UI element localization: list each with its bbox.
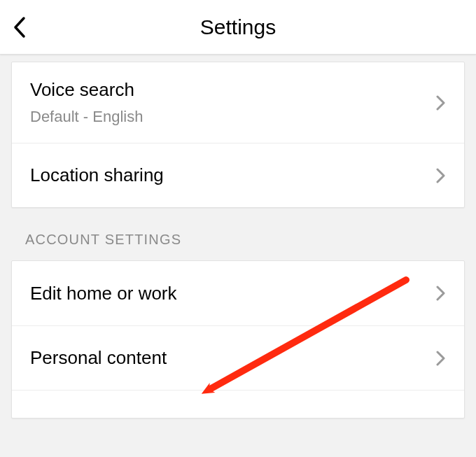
row-location-sharing[interactable]: Location sharing [12, 143, 464, 207]
content-area: Voice search Default - English Location … [0, 55, 476, 457]
section-header-account: ACCOUNT SETTINGS [11, 208, 465, 260]
chevron-right-icon [436, 167, 446, 184]
row-edit-home-work[interactable]: Edit home or work [12, 261, 464, 325]
row-label: Voice search [30, 79, 143, 101]
row-text: Personal content [30, 347, 167, 369]
row-voice-search[interactable]: Voice search Default - English [12, 62, 464, 143]
chevron-right-icon [436, 350, 446, 367]
chevron-right-icon [436, 285, 446, 302]
back-button[interactable] [13, 16, 27, 38]
row-label: Personal content [30, 347, 167, 369]
header-bar: Settings [0, 0, 476, 55]
row-label: Location sharing [30, 164, 164, 186]
settings-group-account: Edit home or work Personal content [11, 260, 465, 419]
row-personal-content[interactable]: Personal content [12, 325, 464, 390]
row-sublabel: Default - English [30, 108, 143, 126]
row-text: Edit home or work [30, 283, 177, 304]
settings-group-general: Voice search Default - English Location … [11, 62, 465, 208]
row-text: Voice search Default - English [30, 79, 143, 126]
row-text: Location sharing [30, 164, 164, 186]
row-label: Edit home or work [30, 283, 177, 304]
page-title: Settings [200, 15, 276, 39]
chevron-right-icon [436, 94, 446, 111]
chevron-left-icon [13, 16, 27, 38]
row-placeholder [12, 390, 464, 418]
